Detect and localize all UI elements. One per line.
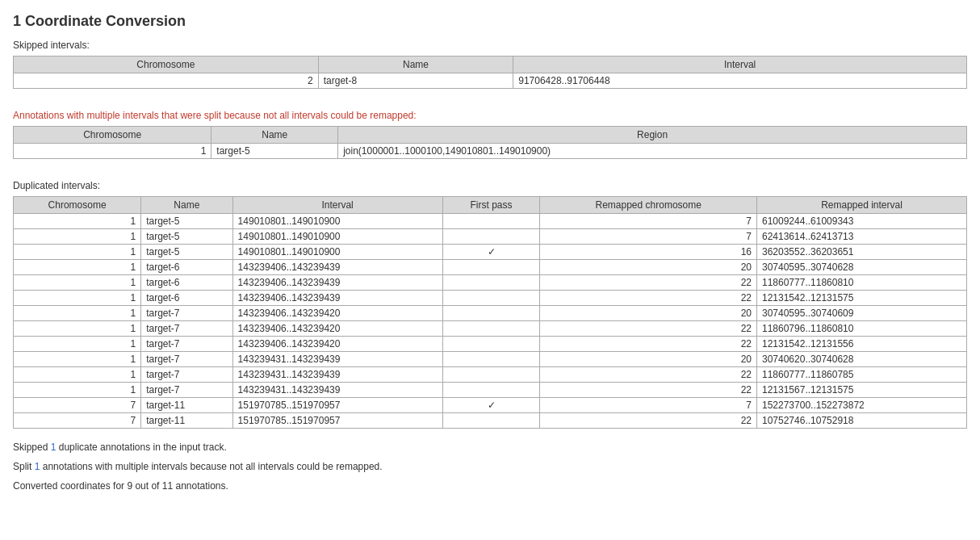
dup-remap-interval: 12131542..12131575 (756, 291, 966, 306)
dup-table-wrapper: Chromosome Name Interval First pass Rema… (13, 196, 967, 429)
dup-interval: 143239406..143239439 (232, 291, 442, 306)
table-row: 1 target-5 149010801..149010900 7 610092… (14, 214, 967, 229)
dup-interval: 143239406..143239420 (232, 337, 442, 352)
dup-name: target-7 (141, 337, 232, 352)
dup-name: target-5 (141, 245, 232, 260)
dup-firstpass (442, 291, 540, 306)
dup-interval: 149010801..149010900 (232, 229, 442, 245)
dup-name: target-7 (141, 367, 232, 383)
dup-remap-chr: 20 (540, 306, 757, 321)
skipped-col-chromosome: Chromosome (14, 57, 319, 73)
dup-remap-chr: 22 (540, 275, 757, 291)
dup-name: target-6 (141, 291, 232, 306)
dup-chr: 1 (14, 306, 141, 321)
dup-name: target-7 (141, 383, 232, 398)
dup-interval: 143239431..143239439 (232, 367, 442, 383)
table-row: 7 target-11 151970785..151970957 22 1075… (14, 413, 967, 429)
split-col-region: Region (338, 127, 967, 144)
footer-skipped-suffix: duplicate annotations in the input track… (56, 442, 226, 453)
dup-col-interval: Interval (232, 197, 442, 214)
dup-col-remap-chr: Remapped chromosome (540, 197, 757, 214)
footer-split-prefix: Split (13, 461, 35, 472)
dup-col-firstpass: First pass (442, 197, 540, 214)
dup-chr: 7 (14, 398, 141, 413)
dup-remap-chr: 7 (540, 398, 757, 413)
dup-remap-interval: 30740595..30740628 (756, 260, 966, 275)
skipped-col-name: Name (318, 57, 513, 73)
dup-remap-chr: 22 (540, 367, 757, 383)
dup-remap-interval: 30740595..30740609 (756, 306, 966, 321)
dup-chr: 1 (14, 275, 141, 291)
dup-firstpass (442, 275, 540, 291)
dup-remap-chr: 7 (540, 229, 757, 245)
dup-firstpass (442, 321, 540, 337)
footer-line1: Skipped 1 duplicate annotations in the i… (13, 442, 967, 453)
dup-remap-interval: 11860796..11860810 (756, 321, 966, 337)
dup-name: target-11 (141, 413, 232, 429)
split-table: Chromosome Name Region 1 target-5 join(1… (13, 126, 967, 159)
table-row: 1 target-7 143239431..143239439 22 11860… (14, 367, 967, 383)
dup-chr: 1 (14, 260, 141, 275)
dup-firstpass: ✓ (442, 398, 540, 413)
dup-interval: 143239431..143239439 (232, 383, 442, 398)
split-col-name: Name (211, 127, 338, 144)
dup-chr: 1 (14, 352, 141, 367)
dup-chr: 1 (14, 321, 141, 337)
dup-remap-interval: 10752746..10752918 (756, 413, 966, 429)
dup-remap-chr: 22 (540, 413, 757, 429)
dup-name: target-7 (141, 306, 232, 321)
table-row: 1 target-7 143239406..143239420 22 12131… (14, 337, 967, 352)
dup-chr: 1 (14, 337, 141, 352)
dup-remap-interval: 12131542..12131556 (756, 337, 966, 352)
table-row: 1 target-5 149010801..149010900 7 624136… (14, 229, 967, 245)
dup-firstpass (442, 367, 540, 383)
dup-col-remap-interval: Remapped interval (756, 197, 966, 214)
dup-chr: 1 (14, 383, 141, 398)
footer-skipped-text: Skipped (13, 442, 51, 453)
duplicated-label: Duplicated intervals: (13, 180, 967, 191)
dup-interval: 151970785..151970957 (232, 398, 442, 413)
dup-remap-interval: 11860777..11860785 (756, 367, 966, 383)
dup-firstpass (442, 352, 540, 367)
dup-firstpass (442, 260, 540, 275)
dup-remap-chr: 22 (540, 337, 757, 352)
table-row: 1 target-7 143239406..143239420 22 11860… (14, 321, 967, 337)
dup-interval: 143239431..143239439 (232, 352, 442, 367)
dup-firstpass (442, 229, 540, 245)
skipped-table: Chromosome Name Interval 2 target-8 9170… (13, 56, 967, 89)
split-table-wrapper: Chromosome Name Region 1 target-5 join(1… (13, 126, 967, 159)
dup-interval: 149010801..149010900 (232, 214, 442, 229)
dup-remap-interval: 62413614..62413713 (756, 229, 966, 245)
dup-col-chromosome: Chromosome (14, 197, 141, 214)
dup-interval: 149010801..149010900 (232, 245, 442, 260)
skipped-col-interval: Interval (513, 57, 967, 73)
dup-remap-chr: 22 (540, 321, 757, 337)
dup-interval: 143239406..143239420 (232, 321, 442, 337)
dup-chr: 1 (14, 291, 141, 306)
table-row: 1 target-7 143239406..143239420 20 30740… (14, 306, 967, 321)
dup-remap-chr: 7 (540, 214, 757, 229)
dup-remap-interval: 152273700..152273872 (756, 398, 966, 413)
dup-name: target-5 (141, 229, 232, 245)
split-region: join(1000001..1000100,149010801..1490109… (338, 144, 967, 159)
footer-line3: Converted coordinates for 9 out of 11 an… (13, 480, 967, 492)
dup-remap-interval: 36203552..36203651 (756, 245, 966, 260)
dup-firstpass (442, 383, 540, 398)
page-title: 1 Coordinate Conversion (13, 13, 967, 30)
dup-firstpass (442, 337, 540, 352)
dup-name: target-11 (141, 398, 232, 413)
dup-name: target-7 (141, 321, 232, 337)
dup-remap-chr: 22 (540, 383, 757, 398)
table-row: 1 target-6 143239406..143239439 22 12131… (14, 291, 967, 306)
table-row: 2 target-8 91706428..91706448 (14, 73, 967, 89)
dup-name: target-6 (141, 275, 232, 291)
skipped-table-wrapper: Chromosome Name Interval 2 target-8 9170… (13, 56, 967, 89)
dup-chr: 1 (14, 245, 141, 260)
dup-remap-chr: 22 (540, 291, 757, 306)
dup-remap-interval: 11860777..11860810 (756, 275, 966, 291)
dup-remap-interval: 30740620..30740628 (756, 352, 966, 367)
dup-interval: 143239406..143239439 (232, 260, 442, 275)
split-col-chromosome: Chromosome (14, 127, 211, 144)
dup-firstpass: ✓ (442, 245, 540, 260)
dup-table: Chromosome Name Interval First pass Rema… (13, 196, 967, 429)
